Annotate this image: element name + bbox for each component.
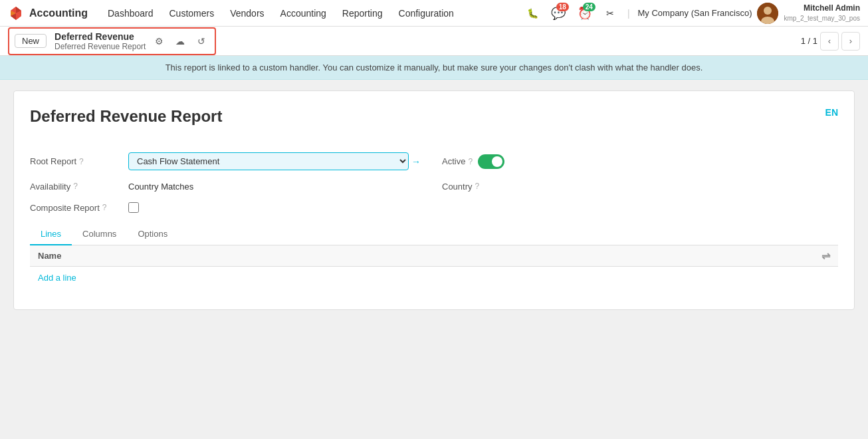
active-field-group: Active ? bbox=[442, 154, 504, 169]
app-brand: Accounting bbox=[29, 7, 88, 19]
chat-badge: 18 bbox=[556, 3, 569, 11]
nav-accounting[interactable]: Accounting bbox=[274, 0, 333, 27]
topnav-right: 🐛 💬 18 ⏰ 24 ✂ | My Company (San Francisc… bbox=[524, 3, 860, 24]
composite-row: Composite Report ? bbox=[30, 202, 838, 213]
banner-message: This report is linked to a custom handle… bbox=[165, 63, 703, 73]
country-field-group: Country ? bbox=[442, 182, 564, 192]
breadcrumb-subtitle: Deferred Revenue Report bbox=[54, 42, 146, 51]
info-banner: This report is linked to a custom handle… bbox=[0, 56, 868, 80]
breadcrumb-info: Deferred Revenue Deferred Revenue Report bbox=[54, 31, 146, 51]
gear-icon[interactable]: ⚙ bbox=[151, 33, 167, 49]
clock-badge: 24 bbox=[583, 3, 596, 11]
prev-button[interactable]: ‹ bbox=[820, 32, 839, 51]
form-card: Deferred Revenue Report EN Root Report ?… bbox=[13, 90, 855, 310]
availability-row: Availability ? Country Matches Country ? bbox=[30, 181, 838, 192]
breadcrumb-bar: New Deferred Revenue Deferred Revenue Re… bbox=[0, 27, 868, 56]
active-label: Active ? bbox=[442, 156, 473, 166]
clock-button[interactable]: ⏰ 24 bbox=[574, 3, 596, 24]
nav-customers[interactable]: Customers bbox=[163, 0, 221, 27]
pagination: 1 / 1 ‹ › bbox=[801, 32, 860, 51]
availability-help-icon[interactable]: ? bbox=[73, 182, 78, 191]
new-button[interactable]: New bbox=[15, 34, 47, 48]
root-report-ext-link[interactable]: → bbox=[411, 156, 421, 167]
composite-label: Composite Report ? bbox=[30, 203, 123, 213]
root-report-label: Root Report ? bbox=[30, 156, 123, 166]
table-settings-icon[interactable]: ⇌ bbox=[821, 249, 830, 262]
form-title: Deferred Revenue Report bbox=[30, 107, 222, 126]
availability-value: Country Matches bbox=[128, 182, 193, 192]
table-header: Name ⇌ bbox=[30, 245, 838, 267]
user-name: Mitchell Admin bbox=[784, 3, 860, 14]
root-report-field: Cash Flow Statement → bbox=[128, 152, 421, 170]
tab-lines[interactable]: Lines bbox=[30, 223, 72, 245]
country-help-icon[interactable]: ? bbox=[475, 182, 480, 191]
app-logo[interactable] bbox=[8, 5, 24, 21]
company-name[interactable]: My Company (San Francisco) bbox=[638, 8, 752, 18]
cloud-icon[interactable]: ☁ bbox=[172, 33, 188, 49]
nav-reporting[interactable]: Reporting bbox=[336, 0, 389, 27]
user-avatar[interactable] bbox=[757, 3, 778, 24]
top-nav: Accounting Dashboard Customers Vendors A… bbox=[0, 0, 868, 27]
bug-icon[interactable]: 🐛 bbox=[524, 4, 542, 23]
availability-field: Country Matches bbox=[128, 181, 421, 192]
root-report-help-icon[interactable]: ? bbox=[79, 157, 84, 166]
nav-vendors[interactable]: Vendors bbox=[223, 0, 271, 27]
tabs: Lines Columns Options bbox=[30, 223, 838, 245]
user-db: kmp_2_test_may_30_pos bbox=[784, 14, 860, 23]
chat-button[interactable]: 💬 18 bbox=[548, 3, 569, 24]
nav-dashboard[interactable]: Dashboard bbox=[101, 0, 160, 27]
table-body: Add a line bbox=[30, 267, 838, 288]
scissors-icon[interactable]: ✂ bbox=[601, 4, 619, 23]
reset-icon[interactable]: ↺ bbox=[193, 33, 209, 49]
active-help-icon[interactable]: ? bbox=[468, 157, 473, 166]
svg-point-8 bbox=[764, 7, 772, 15]
root-report-select[interactable]: Cash Flow Statement bbox=[128, 152, 409, 170]
root-report-row: Root Report ? Cash Flow Statement → Acti… bbox=[30, 152, 838, 170]
tab-columns[interactable]: Columns bbox=[72, 223, 127, 245]
toggle-knob bbox=[492, 156, 502, 167]
user-info: Mitchell Admin kmp_2_test_may_30_pos bbox=[784, 3, 860, 23]
composite-help-icon[interactable]: ? bbox=[102, 203, 107, 212]
country-label: Country ? bbox=[442, 182, 479, 192]
breadcrumb-inner: New Deferred Revenue Deferred Revenue Re… bbox=[8, 27, 216, 55]
next-button[interactable]: › bbox=[841, 32, 860, 51]
nav-configuration[interactable]: Configuration bbox=[392, 0, 461, 27]
pagination-count: 1 / 1 bbox=[801, 36, 817, 46]
tab-options[interactable]: Options bbox=[127, 223, 178, 245]
active-toggle[interactable] bbox=[478, 154, 504, 169]
name-column-header: Name bbox=[38, 251, 821, 261]
right-fields: Active ? bbox=[442, 154, 504, 169]
breadcrumb-title: Deferred Revenue bbox=[54, 31, 146, 42]
country-right-fields: Country ? bbox=[442, 182, 564, 192]
root-report-dropdown-row: Cash Flow Statement → bbox=[128, 152, 421, 170]
add-line-button[interactable]: Add a line bbox=[38, 273, 76, 283]
lang-badge[interactable]: EN bbox=[825, 107, 838, 118]
main-area: Deferred Revenue Report EN Root Report ?… bbox=[0, 80, 868, 321]
availability-label: Availability ? bbox=[30, 182, 123, 192]
composite-checkbox[interactable] bbox=[128, 202, 139, 213]
separator: | bbox=[627, 8, 630, 19]
